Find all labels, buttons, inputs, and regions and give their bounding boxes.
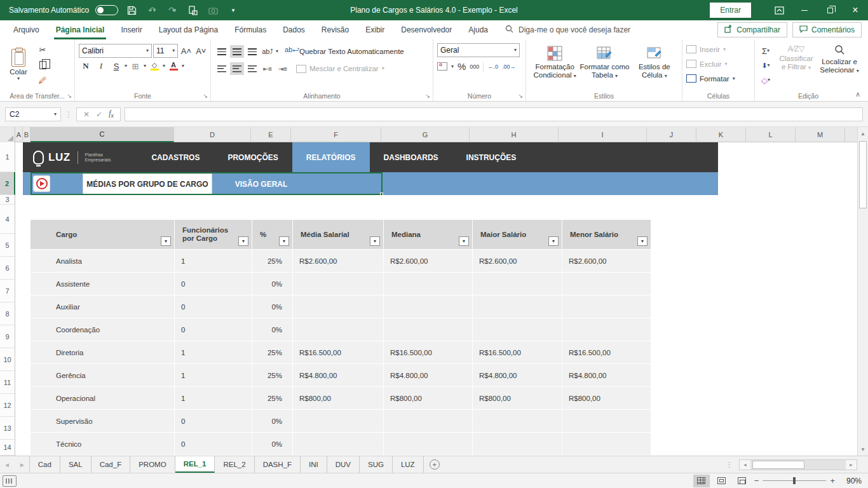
font-size-combo[interactable]: 11 ▾: [153, 44, 178, 58]
sheet-nav-left-icon[interactable]: ◄: [4, 461, 10, 468]
cut-icon[interactable]: ✂: [36, 43, 50, 56]
scroll-right-icon[interactable]: ►: [846, 460, 857, 470]
formula-input[interactable]: [125, 107, 863, 121]
column-header-H[interactable]: H: [470, 127, 559, 142]
underline-button[interactable]: S: [109, 60, 123, 72]
column-header-I[interactable]: I: [559, 127, 647, 142]
restore-button[interactable]: [817, 0, 843, 20]
borders-icon[interactable]: ⊞: [128, 60, 142, 72]
comma-style-icon[interactable]: 000: [470, 64, 479, 70]
row-header-8[interactable]: 8: [0, 302, 15, 325]
column-header-K[interactable]: K: [696, 127, 746, 142]
filter-dropdown-icon[interactable]: ▼: [279, 236, 289, 246]
new-sheet-button[interactable]: +: [424, 456, 445, 473]
sheet-tab-luz[interactable]: LUZ: [393, 456, 424, 473]
paste-button[interactable]: Colar ▾: [4, 42, 33, 88]
vertical-scroll-thumb[interactable]: [859, 141, 867, 208]
row-header-13[interactable]: 13: [0, 417, 15, 440]
tell-me-search[interactable]: Diga-me o que você deseja fazer: [505, 25, 630, 35]
increase-decimal-icon[interactable]: ←.0: [487, 64, 498, 70]
row-header-3[interactable]: 3: [0, 195, 15, 205]
comments-button[interactable]: Comentários: [792, 22, 862, 37]
save-icon[interactable]: [125, 4, 139, 17]
ribbon-tab-inserir[interactable]: Inserir: [112, 20, 150, 39]
formula-bar-splitter[interactable]: ⋮: [65, 110, 72, 119]
sheet-tab-dash-f[interactable]: DASH_F: [255, 456, 301, 473]
normal-view-button[interactable]: [693, 475, 710, 487]
column-header-F[interactable]: F: [291, 127, 381, 142]
row-header-10[interactable]: 10: [0, 348, 15, 371]
row-header-11[interactable]: 11: [0, 371, 15, 394]
increase-indent-icon[interactable]: ⇥≡: [276, 62, 290, 75]
align-right-icon[interactable]: [245, 62, 259, 75]
decrease-indent-icon[interactable]: ⇤≡: [261, 62, 275, 75]
format-cells-button[interactable]: Formatar ▾: [686, 71, 752, 86]
accounting-format-icon[interactable]: ¤: [437, 62, 447, 71]
ribbon-tab-revisao[interactable]: Revisão: [313, 20, 357, 39]
sheet-nav-right-icon[interactable]: ►: [19, 461, 25, 468]
scroll-up-icon[interactable]: ▲: [858, 127, 868, 140]
nav-item-cadastros[interactable]: CADASTROS: [137, 142, 214, 172]
ribbon-tab-layout-da-pagina[interactable]: Layout da Página: [151, 20, 226, 39]
row-header-5[interactable]: 5: [0, 234, 15, 257]
orientation-icon[interactable]: ab⤴: [261, 45, 275, 58]
sheet-tab-sal[interactable]: SAL: [60, 456, 92, 473]
row-header-6[interactable]: 6: [0, 257, 15, 280]
align-bottom-icon[interactable]: [245, 45, 259, 58]
page-layout-view-button[interactable]: [714, 475, 730, 487]
ribbon-display-options-icon[interactable]: [766, 0, 792, 20]
accessibility-status-icon[interactable]: [3, 475, 17, 487]
cell-styles-button[interactable]: Estilos de Célula ▾: [630, 42, 679, 92]
ribbon-tab-exibir[interactable]: Exibir: [357, 20, 393, 39]
filter-dropdown-icon[interactable]: ▼: [238, 236, 248, 246]
format-painter-icon[interactable]: 🖉: [36, 74, 50, 86]
scroll-down-icon[interactable]: ▼: [858, 443, 868, 456]
conditional-formatting-button[interactable]: Formatação Condicional ▾: [530, 42, 580, 92]
row-header-7[interactable]: 7: [0, 280, 15, 302]
column-header-D[interactable]: D: [174, 127, 251, 142]
report-tab-active[interactable]: MÉDIAS POR GRUPO DE CARGO: [83, 173, 212, 194]
bold-button[interactable]: N: [79, 60, 93, 72]
vertical-scrollbar[interactable]: ▲ ▼: [857, 127, 868, 456]
ribbon-tab-dados[interactable]: Dados: [275, 20, 313, 39]
customize-quick-access-icon[interactable]: ▾: [226, 4, 240, 17]
column-header-J[interactable]: J: [647, 127, 696, 142]
select-all-corner[interactable]: [0, 127, 15, 142]
decrease-font-icon[interactable]: A˅: [194, 44, 208, 57]
sheet-tab-rel-1[interactable]: REL_1: [175, 456, 215, 473]
horizontal-scrollbar[interactable]: ◄ ►: [739, 459, 857, 470]
sheet-tab-promo[interactable]: PROMO: [130, 456, 175, 473]
share-button[interactable]: Compartilhar: [717, 22, 787, 37]
camera-icon[interactable]: [206, 4, 220, 17]
undo-icon[interactable]: ↶▾: [145, 4, 159, 17]
zoom-track[interactable]: [763, 480, 826, 481]
redo-icon[interactable]: ↷▾: [165, 4, 179, 17]
find-select-button[interactable]: Localizar e Selecionar ▾: [820, 42, 859, 86]
fill-color-icon[interactable]: ◇: [147, 60, 161, 72]
row-header-4[interactable]: 4: [0, 205, 15, 234]
align-middle-icon[interactable]: [230, 45, 244, 58]
sheet-tab-duv[interactable]: DUV: [327, 456, 360, 473]
row-header-12[interactable]: 12: [0, 394, 15, 417]
align-center-icon[interactable]: [230, 62, 244, 75]
enter-icon[interactable]: ✓: [96, 110, 102, 119]
scroll-left-icon[interactable]: ◄: [740, 460, 750, 470]
increase-font-icon[interactable]: A˄: [179, 44, 193, 57]
column-header-L[interactable]: L: [746, 127, 796, 142]
zoom-out-icon[interactable]: −: [754, 476, 759, 485]
nav-item-dashboards[interactable]: DASHBOARDS: [370, 142, 452, 172]
horizontal-scroll-thumb[interactable]: [752, 461, 804, 469]
autosum-icon[interactable]: Σ▾: [759, 44, 773, 57]
percent-style-icon[interactable]: %: [458, 61, 466, 72]
number-dialog-launcher[interactable]: ↘: [518, 93, 523, 99]
page-break-view-button[interactable]: [734, 475, 750, 487]
filter-dropdown-icon[interactable]: ▼: [370, 236, 380, 246]
ribbon-tab-arquivo[interactable]: Arquivo: [5, 20, 48, 39]
alignment-dialog-launcher[interactable]: ↘: [425, 93, 430, 99]
close-button[interactable]: ×: [843, 0, 868, 20]
column-header-B[interactable]: B: [23, 127, 31, 142]
merge-center-button[interactable]: Mesclar e Centralizar ▾: [296, 61, 384, 76]
print-preview-icon[interactable]: [186, 4, 200, 17]
fill-icon[interactable]: ⬇▾: [759, 59, 773, 72]
font-color-icon[interactable]: A: [166, 60, 180, 72]
